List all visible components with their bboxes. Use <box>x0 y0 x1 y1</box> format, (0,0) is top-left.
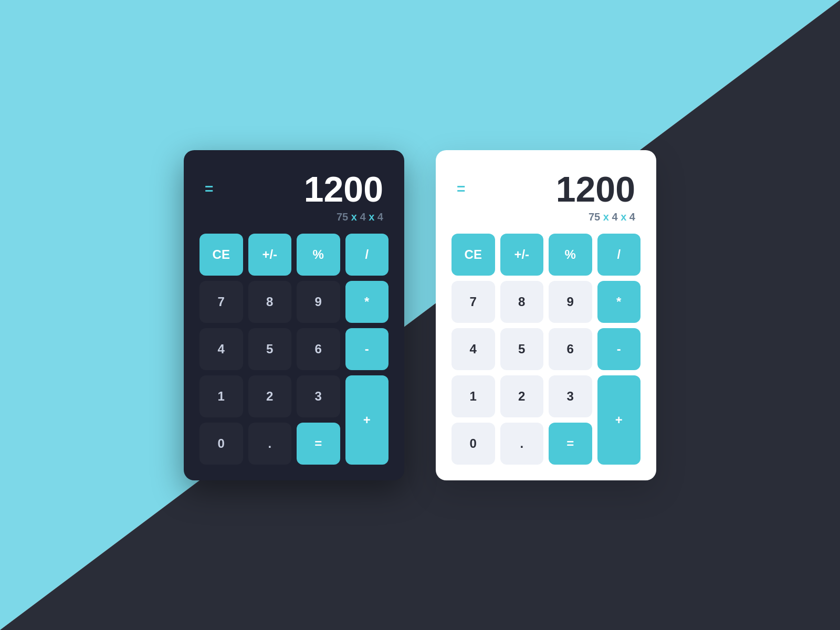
btn-light-4[interactable]: 4 <box>452 328 495 370</box>
btn-light-percent[interactable]: % <box>549 234 592 276</box>
expression-light: 75 x 4 x 4 <box>457 211 635 223</box>
btn-dark-dot[interactable]: . <box>248 423 292 465</box>
btn-dark-subtract[interactable]: - <box>345 328 389 370</box>
result-light: 1200 <box>556 171 635 207</box>
button-grid-light: CE +/- % / 7 8 9 * 4 5 6 - 1 2 3 + 0 . = <box>452 234 640 465</box>
btn-dark-5[interactable]: 5 <box>248 328 292 370</box>
btn-light-equals[interactable]: = <box>549 423 592 465</box>
header-row-light: = 1200 <box>457 171 635 207</box>
expression-dark: 75 x 4 x 4 <box>205 211 383 223</box>
btn-light-2[interactable]: 2 <box>500 375 544 417</box>
button-grid-dark: CE +/- % / 7 8 9 * 4 5 6 - 1 2 3 + 0 . = <box>200 234 388 465</box>
btn-dark-equals[interactable]: = <box>297 423 340 465</box>
btn-dark-9[interactable]: 9 <box>297 281 340 323</box>
btn-light-7[interactable]: 7 <box>452 281 495 323</box>
btn-dark-divide[interactable]: / <box>345 234 389 276</box>
btn-dark-add[interactable]: + <box>345 375 389 465</box>
btn-dark-multiply[interactable]: * <box>345 281 389 323</box>
btn-dark-6[interactable]: 6 <box>297 328 340 370</box>
btn-light-dot[interactable]: . <box>500 423 544 465</box>
calculators-container: = 1200 75 x 4 x 4 CE +/- % / 7 8 9 * 4 5… <box>0 0 840 630</box>
btn-dark-8[interactable]: 8 <box>248 281 292 323</box>
btn-light-add[interactable]: + <box>597 375 641 465</box>
display-dark: = 1200 75 x 4 x 4 <box>200 171 388 234</box>
btn-light-divide[interactable]: / <box>597 234 641 276</box>
btn-light-9[interactable]: 9 <box>549 281 592 323</box>
calculator-dark: = 1200 75 x 4 x 4 CE +/- % / 7 8 9 * 4 5… <box>184 150 404 480</box>
btn-light-ce[interactable]: CE <box>452 234 495 276</box>
btn-light-multiply[interactable]: * <box>597 281 641 323</box>
btn-dark-1[interactable]: 1 <box>200 375 243 417</box>
calculator-light: = 1200 75 x 4 x 4 CE +/- % / 7 8 9 * 4 5… <box>436 150 656 480</box>
btn-light-0[interactable]: 0 <box>452 423 495 465</box>
btn-dark-3[interactable]: 3 <box>297 375 340 417</box>
btn-dark-percent[interactable]: % <box>297 234 340 276</box>
btn-dark-sign[interactable]: +/- <box>248 234 292 276</box>
btn-dark-4[interactable]: 4 <box>200 328 243 370</box>
equals-icon-light: = <box>457 182 465 196</box>
equals-icon-dark: = <box>205 182 213 196</box>
btn-light-1[interactable]: 1 <box>452 375 495 417</box>
btn-dark-0[interactable]: 0 <box>200 423 243 465</box>
header-row-dark: = 1200 <box>205 171 383 207</box>
btn-dark-ce[interactable]: CE <box>200 234 243 276</box>
btn-light-5[interactable]: 5 <box>500 328 544 370</box>
btn-dark-2[interactable]: 2 <box>248 375 292 417</box>
display-light: = 1200 75 x 4 x 4 <box>452 171 640 234</box>
btn-dark-7[interactable]: 7 <box>200 281 243 323</box>
result-dark: 1200 <box>304 171 383 207</box>
btn-light-3[interactable]: 3 <box>549 375 592 417</box>
btn-light-sign[interactable]: +/- <box>500 234 544 276</box>
btn-light-subtract[interactable]: - <box>597 328 641 370</box>
btn-light-6[interactable]: 6 <box>549 328 592 370</box>
btn-light-8[interactable]: 8 <box>500 281 544 323</box>
